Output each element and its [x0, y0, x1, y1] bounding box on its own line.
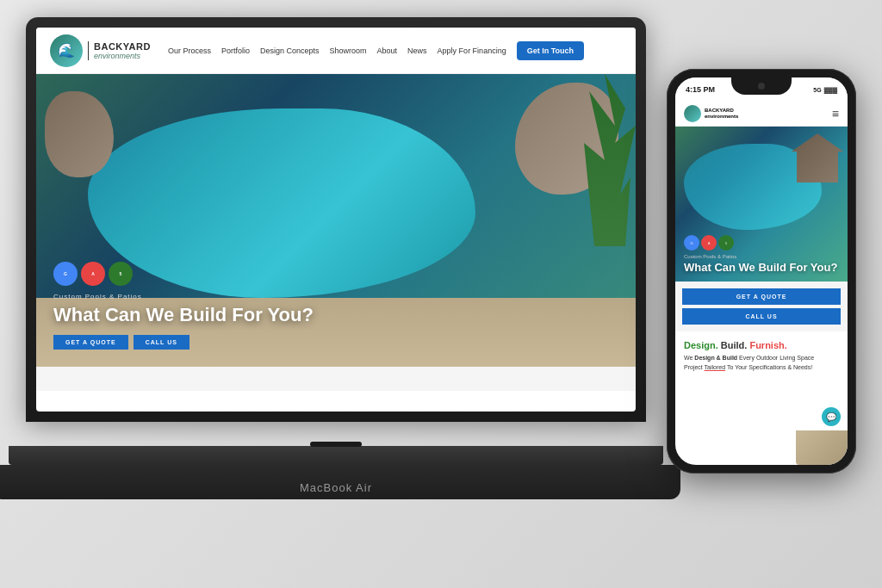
phone-pool-house	[792, 131, 843, 183]
hero-subtitle: Custom Pools & Patios	[53, 293, 314, 300]
phone-hero-subtitle: Custom Pools & Patios	[684, 254, 837, 259]
logo-text: BACKYARD environments	[88, 41, 151, 60]
nav-item-financing[interactable]: Apply For Financing	[438, 46, 506, 55]
nav-item-showroom[interactable]: Showroom	[330, 46, 367, 55]
front-camera	[758, 83, 765, 90]
design-section-body: We Design & Build Every Outdoor Living S…	[684, 354, 839, 372]
phone-logo: BACKYARD environments	[684, 105, 738, 122]
hero-overlay: G A 5 Custom Pools & Patios What Can We …	[53, 262, 314, 350]
phone-badge-ha: 5	[718, 235, 734, 251]
badge-google: G	[53, 262, 78, 286]
design-body-line1: We Design & Build Every Outdoor Living S…	[684, 354, 839, 363]
badge-angi: A	[81, 262, 105, 286]
logo-sub: environments	[94, 52, 151, 60]
hero-footer	[36, 367, 636, 391]
badges-row: G A 5	[53, 262, 314, 286]
phone-call-us-button[interactable]: CALL US	[682, 308, 841, 325]
site-header: 🌊 BACKYARD environments Our Process Port…	[36, 28, 636, 74]
phone-hero-section: G A 5 Custom Pools & Patios What Can We …	[675, 127, 848, 282]
phone-badges-row: G A 5	[684, 235, 837, 251]
phone-logo-sub: environments	[705, 114, 738, 120]
phone-site-header: BACKYARD environments ≡	[675, 102, 848, 127]
hamburger-menu-icon[interactable]: ≡	[832, 107, 839, 121]
laptop-screen: 🌊 BACKYARD environments Our Process Port…	[36, 28, 636, 412]
logo-name: BACKYARD	[94, 41, 151, 52]
laptop-device: 🌊 BACKYARD environments Our Process Port…	[26, 17, 646, 517]
phone-body: 4:15 PM 5G ▓▓▓ BACKYARD environments ≡	[667, 69, 856, 473]
phone-screen: 4:15 PM 5G ▓▓▓ BACKYARD environments ≡	[675, 77, 848, 465]
phone-battery: ▓▓▓	[824, 87, 837, 93]
phone-design-section: Design. Build. Furnish. We Design & Buil…	[675, 331, 848, 381]
phone-logo-name: BACKYARD	[705, 108, 738, 114]
design-word: Design.	[684, 340, 718, 350]
phone-logo-text: BACKYARD environments	[705, 108, 738, 120]
phone-status-icons: 5G ▓▓▓	[813, 87, 837, 93]
phone-logo-icon	[684, 105, 701, 122]
design-body-line2: Project Tailored To Your Specifications …	[684, 363, 839, 373]
hero-buttons: GET A QUOTE CALL US	[53, 335, 314, 350]
logo-icon: 🌊	[50, 34, 83, 67]
nav-item-process[interactable]: Our Process	[168, 46, 211, 55]
nav-item-design[interactable]: Design Concepts	[260, 46, 320, 55]
call-us-button[interactable]: CALL US	[134, 335, 189, 350]
nav-item-portfolio[interactable]: Portfolio	[221, 46, 250, 55]
phone-signal: 5G	[813, 87, 821, 93]
phone-badge-google: G	[684, 235, 699, 251]
phone-time: 4:15 PM	[686, 85, 715, 94]
laptop-base	[9, 446, 663, 465]
get-quote-button[interactable]: GET A QUOTE	[53, 335, 128, 350]
chat-button[interactable]: 💬	[822, 407, 841, 426]
nav-item-news[interactable]: News	[407, 46, 427, 55]
nav-item-about[interactable]: About	[377, 46, 398, 55]
phone-hero-title: What Can We Build For You?	[684, 261, 837, 275]
main-nav: Our Process Portfolio Design Concepts Sh…	[168, 41, 622, 60]
laptop-body: 🌊 BACKYARD environments Our Process Port…	[26, 17, 646, 422]
hero-section: G A 5 Custom Pools & Patios What Can We …	[36, 74, 636, 367]
phone-thumbnail	[796, 430, 848, 465]
phone-badge-angi: A	[701, 235, 717, 251]
phone-notch	[731, 77, 792, 95]
nav-cta-button[interactable]: Get In Touch	[517, 41, 584, 60]
logo-area: 🌊 BACKYARD environments	[50, 34, 151, 67]
design-section-title: Design. Build. Furnish.	[684, 340, 839, 350]
furnish-word: Furnish.	[749, 340, 786, 350]
laptop-notch	[310, 442, 362, 447]
phone-hero-content: G A 5 Custom Pools & Patios What Can We …	[684, 235, 837, 275]
laptop-brand-label: MacBook Air	[300, 481, 372, 494]
hero-title: What Can We Build For You?	[53, 304, 314, 326]
badge-homeadvisor: 5	[109, 262, 133, 286]
phone-get-quote-button[interactable]: GET A QUOTE	[682, 288, 841, 305]
phone-cta-section: GET A QUOTE CALL US	[675, 282, 848, 331]
phone-device: 4:15 PM 5G ▓▓▓ BACKYARD environments ≡	[667, 69, 856, 473]
build-word: Build.	[721, 340, 748, 350]
